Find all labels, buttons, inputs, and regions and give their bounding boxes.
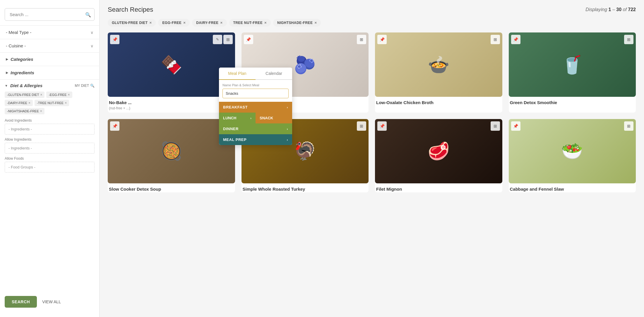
recipe-card-soup[interactable]: 🥘 📌 ⊞ Slow Cooker Detox Soup: [108, 119, 235, 193]
tag-gluten-free[interactable]: -GLUTEN-FREE DIET ×: [5, 92, 44, 98]
tag-dairy-remove-icon[interactable]: ×: [28, 101, 30, 105]
filter-tag-dairy-remove-icon[interactable]: ×: [220, 20, 223, 25]
search-actions: SEARCH VIEW ALL: [0, 291, 99, 312]
view-all-button[interactable]: VIEW ALL: [40, 296, 63, 308]
popup-menu-meal-prep[interactable]: MEAL PREP ›: [219, 134, 292, 145]
filter-tag-dairy-free[interactable]: DAIRY-FREE ×: [192, 19, 227, 27]
recipe-name-no-bake: No-Bake ...: [108, 97, 235, 106]
filter-tag-gluten-remove-icon[interactable]: ×: [149, 20, 152, 25]
recipe-name-smoothie: Green Detox Smoothie: [509, 97, 636, 106]
tag-nightshade-remove-icon[interactable]: ×: [40, 109, 42, 113]
tag-nightshade-free[interactable]: -NIGHTSHADE-FREE ×: [5, 108, 44, 114]
filter-tag-tree-nut-free[interactable]: TREE NUT-FREE ×: [229, 19, 271, 27]
recipe-image-slaw: 🥗 📌 ⊞: [509, 119, 636, 183]
categories-arrow-icon: ▶: [6, 57, 8, 61]
recipe-image-smoothie: 🥤 📌 ⊞: [509, 32, 636, 97]
tag-egg-free[interactable]: -EGG-FREE ×: [46, 92, 72, 98]
pin-button-slaw[interactable]: 📌: [511, 121, 520, 131]
dinner-chevron-icon: ›: [287, 127, 288, 131]
tag-egg-remove-icon[interactable]: ×: [68, 93, 70, 97]
meal-type-header[interactable]: - Meal Type - ∨: [0, 26, 99, 39]
main-content: Search Recipes Displaying 1 – 30 of 722 …: [100, 0, 644, 317]
search-input[interactable]: [5, 8, 95, 21]
allow-ingredients-select[interactable]: - Ingredients -: [5, 143, 95, 154]
filter-tag-nightshade-free[interactable]: NIGHTSHADE-FREE ×: [273, 19, 321, 27]
popup-tab-meal-plan[interactable]: Meal Plan: [219, 68, 256, 80]
add-to-plan-button-slaw[interactable]: ⊞: [624, 121, 633, 131]
recipe-image-no-bake: 🍫 📌 ✎ ⊞: [108, 32, 235, 97]
meal-plan-popup: Meal Plan Calendar Name Plan & Select Me…: [219, 68, 292, 145]
add-to-plan-button-filet[interactable]: ⊞: [491, 121, 500, 131]
avoid-ingredients-select[interactable]: - Ingredients -: [5, 124, 95, 135]
pin-button-blueberry[interactable]: 📌: [244, 35, 253, 44]
tag-gluten-remove-icon[interactable]: ×: [40, 93, 42, 97]
popup-body: Name Plan & Select Meal: [219, 80, 292, 102]
pin-button-broth[interactable]: 📌: [377, 35, 387, 44]
tag-dairy-free[interactable]: -DAIRY-FREE ×: [5, 100, 33, 106]
popup-menu-snack[interactable]: SNACK: [256, 113, 292, 123]
filter-tag-nightshade-remove-icon[interactable]: ×: [314, 20, 317, 25]
add-to-plan-button-broth[interactable]: ⊞: [491, 35, 500, 44]
diet-header: ▼ Diet & Allergies MY DIET 🔍: [5, 83, 95, 88]
displaying-count: Displaying 1 – 30 of 722: [585, 7, 636, 12]
categories-filter: ▶ Categories: [0, 52, 99, 66]
popup-name-input[interactable]: [222, 89, 289, 98]
ingredients-header[interactable]: ▶ Ingredients: [0, 66, 99, 79]
pin-button-no-bake[interactable]: 📌: [110, 35, 119, 44]
popup-menu-breakfast[interactable]: BREAKFAST ›: [219, 102, 292, 113]
active-filters-row: GLUTEN-FREE DIET × EGG-FREE × DAIRY-FREE…: [108, 19, 636, 27]
recipe-card-no-bake[interactable]: 🍫 📌 ✎ ⊞ No-Bake ... (nut-free + ...) Mea…: [108, 32, 235, 113]
allow-foods-label: Allow Foods: [5, 156, 95, 161]
page-title: Search Recipes: [108, 6, 153, 13]
diet-collapse-icon[interactable]: ▼: [5, 84, 8, 87]
my-diet-search-icon: 🔍: [90, 84, 95, 88]
edit-button-no-bake[interactable]: ✎: [213, 35, 222, 44]
popup-menu-dinner[interactable]: DINNER ›: [219, 123, 292, 134]
pin-button-smoothie[interactable]: 📌: [511, 35, 520, 44]
meal-type-filter: - Meal Type - ∨: [0, 25, 99, 39]
search-button[interactable]: SEARCH: [5, 296, 37, 308]
recipe-card-smoothie[interactable]: 🥤 📌 ⊞ Green Detox Smoothie: [509, 32, 636, 113]
add-to-plan-button-blueberry[interactable]: ⊞: [357, 35, 366, 44]
tag-gluten-label: -GLUTEN-FREE DIET: [7, 93, 39, 97]
my-diet-label: MY DIET: [75, 84, 89, 88]
filter-tag-gluten-free-diet[interactable]: GLUTEN-FREE DIET ×: [108, 19, 156, 27]
pin-button-soup[interactable]: 📌: [110, 121, 119, 131]
recipe-grid: 🍫 📌 ✎ ⊞ No-Bake ... (nut-free + ...) Mea…: [108, 32, 636, 192]
recipe-image-filet: 🥩 📌 ⊞: [375, 119, 502, 183]
recipe-image-soup: 🥘 📌 ⊞: [108, 119, 235, 183]
search-box: 🔍: [5, 8, 95, 21]
add-to-plan-button-smoothie[interactable]: ⊞: [624, 35, 633, 44]
search-icon: 🔍: [85, 12, 91, 17]
tag-tree-nut-remove-icon[interactable]: ×: [65, 101, 67, 105]
popup-tab-calendar[interactable]: Calendar: [256, 68, 292, 79]
add-to-plan-button-no-bake[interactable]: ⊞: [223, 35, 233, 44]
categories-label: Categories: [11, 57, 33, 62]
filter-tag-egg-remove-icon[interactable]: ×: [183, 20, 186, 25]
meal-type-label: - Meal Type -: [6, 30, 31, 35]
add-to-plan-button-turkey[interactable]: ⊞: [357, 121, 366, 131]
popup-menu-lunch[interactable]: LUNCH ›: [219, 113, 256, 123]
recipe-card-broth[interactable]: 🍲 📌 ⊞ Low-Oxalate Chicken Broth: [375, 32, 502, 113]
tag-egg-label: -EGG-FREE: [49, 93, 66, 97]
avoid-ingredients-section: Avoid Ingredients - Ingredients - Allow …: [5, 118, 95, 173]
popup-tabs: Meal Plan Calendar: [219, 68, 292, 80]
recipe-card-slaw[interactable]: 🥗 📌 ⊞ Cabbage and Fennel Slaw: [509, 119, 636, 193]
tag-tree-nut-free[interactable]: -TREE NUT-FREE ×: [35, 100, 69, 106]
allow-foods-select[interactable]: - Food Groups -: [5, 162, 95, 173]
categories-header[interactable]: ▶ Categories: [0, 53, 99, 66]
diet-label: Diet & Allergies: [10, 83, 42, 88]
lunch-chevron-icon: ›: [250, 116, 251, 120]
cuisine-label: - Cuisine -: [6, 43, 26, 48]
my-diet-button[interactable]: MY DIET 🔍: [75, 84, 95, 88]
cuisine-header[interactable]: - Cuisine - ∨: [0, 39, 99, 52]
recipe-name-soup: Slow Cooker Detox Soup: [108, 183, 235, 193]
filter-tag-tree-nut-remove-icon[interactable]: ×: [264, 20, 267, 25]
diet-allergies-section: ▼ Diet & Allergies MY DIET 🔍 -GLUTEN-FRE…: [0, 79, 99, 176]
cuisine-chevron-icon: ∨: [90, 44, 93, 48]
recipe-card-filet[interactable]: 🥩 📌 ⊞ Filet Mignon: [375, 119, 502, 193]
pin-button-filet[interactable]: 📌: [377, 121, 387, 131]
ingredients-label: Ingredients: [11, 70, 34, 75]
meal-prep-chevron-icon: ›: [287, 138, 288, 142]
filter-tag-egg-free[interactable]: EGG-FREE ×: [158, 19, 190, 27]
